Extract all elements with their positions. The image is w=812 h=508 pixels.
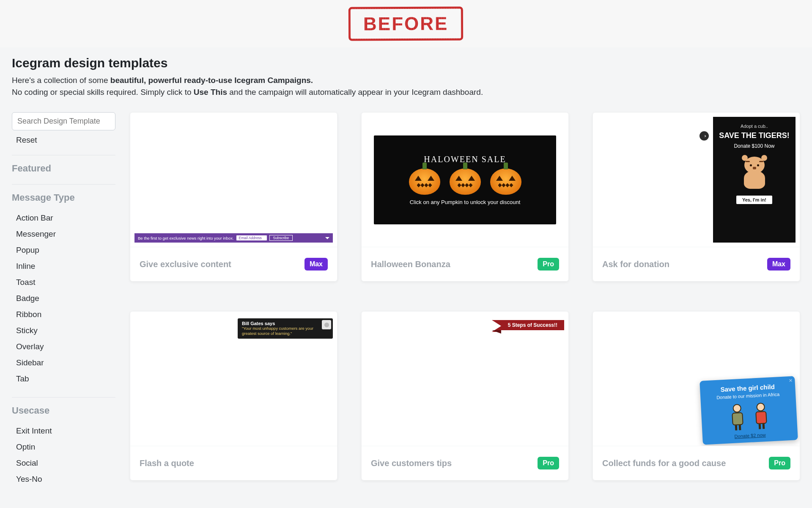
template-footer: Halloween Bonanza Pro (362, 247, 568, 281)
tier-badge-pro: Pro (769, 457, 790, 469)
halloween-caption: Click on any Pumpkin to unlock your disc… (410, 199, 521, 205)
panel-subtitle: Adopt a cub.. (741, 124, 768, 129)
sidebar-item-ribbon[interactable]: Ribbon (16, 306, 115, 323)
sidebar-item-action-bar[interactable]: Action Bar (16, 210, 115, 226)
divider (12, 184, 115, 185)
sidebar-item-messenger[interactable]: Messenger (16, 226, 115, 242)
template-preview: HALOWEEN SALE Click on any Pumpkin to un… (362, 113, 568, 247)
reset-link[interactable]: Reset (16, 135, 115, 145)
sidebar-item-overlay[interactable]: Overlay (16, 339, 115, 355)
sidebar-item-yes-no[interactable]: Yes-No (16, 471, 115, 487)
sidebar-item-inline[interactable]: Inline (16, 258, 115, 274)
before-stamp: BEFORE (348, 6, 464, 41)
tier-badge-max: Max (304, 258, 328, 271)
intro-line2-pre: No coding or special skills required. Si… (12, 88, 194, 97)
popup-donate-link: Donate $2 now (734, 432, 766, 439)
template-preview: ✕ Save the girl child Donate to our miss… (593, 312, 800, 446)
arrow-right-icon (700, 131, 709, 141)
donation-popup: ✕ Save the girl child Donate to our miss… (700, 376, 798, 445)
quote-text: "Your most unhappy customers are your gr… (242, 326, 318, 336)
panel-cta-button: Yes, I'm in! (736, 196, 772, 204)
pumpkin-icon (450, 168, 481, 195)
donation-panel: Adopt a cub.. SAVE THE TIGERS! Donate $1… (713, 117, 796, 243)
template-title: Ask for donation (602, 260, 669, 269)
template-preview: Bill Gates says "Your most unhappy custo… (130, 312, 337, 446)
divider (12, 155, 115, 155)
page-intro: Here's a collection of some beautiful, p… (12, 75, 800, 98)
search-input[interactable] (12, 112, 115, 130)
tier-badge-max: Max (767, 258, 790, 271)
popup-title: Save the girl child (720, 383, 775, 393)
sidebar-heading-featured[interactable]: Featured (12, 163, 115, 174)
template-title: Collect funds for a good cause (602, 458, 726, 468)
template-card[interactable]: 5 Steps of Success!! Give customers tips… (361, 311, 569, 480)
intro-line2-post: and the campaign will automatically appe… (227, 88, 483, 97)
template-card[interactable]: Adopt a cub.. SAVE THE TIGERS! Donate $1… (593, 112, 800, 282)
usecase-list: Exit Intent Optin Social Yes-No (16, 423, 115, 487)
ribbon-banner: 5 Steps of Success!! (501, 320, 564, 330)
close-icon: ✕ (788, 378, 793, 384)
template-footer: Give exclusive content Max (130, 247, 337, 281)
sidebar-item-popup[interactable]: Popup (16, 242, 115, 258)
template-card[interactable]: ✕ Save the girl child Donate to our miss… (593, 311, 800, 480)
pumpkin-icon (409, 168, 440, 195)
sidebar-heading-usecase: Usecase (12, 405, 115, 416)
sidebar-item-tab[interactable]: Tab (16, 371, 115, 387)
template-footer: Collect funds for a good cause Pro (593, 446, 800, 480)
sidebar-item-exit-intent[interactable]: Exit Intent (16, 423, 115, 439)
panel-donate-text: Donate $100 Now (734, 143, 774, 149)
before-banner: BEFORE (0, 0, 812, 47)
action-bar-preview: Be the first to get exclusive news right… (134, 233, 333, 243)
pumpkin-row (409, 168, 521, 195)
intro-pre: Here's a collection of some (12, 76, 110, 85)
template-title: Give exclusive content (140, 260, 231, 269)
intro-strong-2: Use This (194, 88, 227, 97)
template-title: Give customers tips (371, 458, 452, 468)
divider (12, 397, 115, 398)
tiger-icon (738, 155, 771, 189)
sidebar-item-badge[interactable]: Badge (16, 290, 115, 306)
bar-subscribe-button: Subscribe (269, 235, 293, 241)
template-grid: Be the first to get exclusive news right… (130, 112, 800, 487)
template-preview: Adopt a cub.. SAVE THE TIGERS! Donate $1… (593, 113, 800, 247)
pumpkin-icon (490, 168, 521, 195)
template-card[interactable]: HALOWEEN SALE Click on any Pumpkin to un… (361, 112, 569, 282)
bar-input: Email Address (236, 235, 267, 240)
template-title: Halloween Bonanza (371, 260, 450, 269)
sidebar-heading-message-type: Message Type (12, 192, 115, 203)
intro-strong-1: beautiful, powerful ready-to-use Icegram… (110, 76, 313, 85)
sidebar-item-sidebar[interactable]: Sidebar (16, 355, 115, 371)
template-preview: 5 Steps of Success!! (362, 312, 568, 446)
popup-subtitle: Donate to our mission in Africa (716, 392, 780, 400)
sidebar: Reset Featured Message Type Action Bar M… (12, 112, 115, 487)
bar-text: Be the first to get exclusive news right… (138, 236, 234, 240)
template-card[interactable]: Be the first to get exclusive news right… (130, 112, 337, 282)
chevron-down-icon (325, 237, 329, 239)
child-icon (752, 403, 771, 430)
halloween-banner: HALOWEEN SALE Click on any Pumpkin to un… (374, 135, 556, 224)
sidebar-item-social[interactable]: Social (16, 455, 115, 471)
avatar-icon (322, 320, 331, 329)
quote-author: Bill Gates says (242, 321, 318, 326)
tier-badge-pro: Pro (538, 258, 559, 271)
sidebar-item-toast[interactable]: Toast (16, 274, 115, 290)
child-icon (728, 403, 747, 431)
template-card[interactable]: Bill Gates says "Your most unhappy custo… (130, 311, 337, 480)
message-type-list: Action Bar Messenger Popup Inline Toast … (16, 210, 115, 387)
template-preview: Be the first to get exclusive news right… (130, 113, 337, 247)
quote-toast: Bill Gates says "Your most unhappy custo… (238, 318, 333, 339)
tier-badge-pro: Pro (538, 457, 559, 469)
sidebar-item-optin[interactable]: Optin (16, 439, 115, 455)
template-title: Flash a quote (140, 458, 194, 468)
children-illustration (728, 403, 771, 431)
panel-headline: SAVE THE TIGERS! (719, 131, 790, 141)
page-title: Icegram design templates (12, 56, 800, 70)
template-footer: Flash a quote (130, 446, 337, 480)
template-footer: Ask for donation Max (593, 247, 800, 281)
sidebar-item-sticky[interactable]: Sticky (16, 323, 115, 339)
template-footer: Give customers tips Pro (362, 446, 568, 480)
